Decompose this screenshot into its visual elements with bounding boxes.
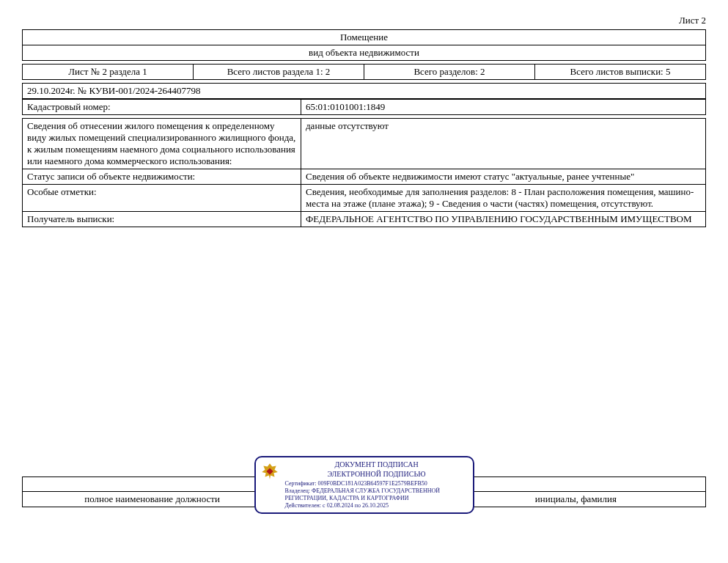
- sig-cert: Сертификат: 009F0BDC181A023B64597F1E2579…: [285, 480, 468, 487]
- sig-title-1: ДОКУМЕНТ ПОДПИСАН: [285, 460, 468, 470]
- status-label: Статус записи об объекте недвижимости:: [23, 169, 301, 185]
- housing-fund-label: Сведения об отнесении жилого помещения к…: [23, 119, 301, 169]
- cadastral-table: Кадастровый номер: 65:01:0101001:1849: [22, 99, 706, 115]
- meta-total-extract-sheets: Всего листов выписки: 5: [535, 65, 706, 80]
- housing-fund-value: данные отсутствуют: [301, 119, 706, 169]
- meta-total-section-sheets: Всего листов раздела 1: 2: [194, 65, 364, 80]
- recipient-value: ФЕДЕРАЛЬНОЕ АГЕНТСТВО ПО УПРАВЛЕНИЮ ГОСУ…: [301, 212, 706, 227]
- recipient-label: Получатель выписки:: [23, 212, 301, 227]
- doc-reference: 29.10.2024г. № КУВИ-001/2024-264407798: [23, 84, 706, 99]
- emblem-icon: [260, 462, 279, 481]
- doc-ref-table: 29.10.2024г. № КУВИ-001/2024-264407798: [22, 83, 706, 99]
- details-table: Сведения об отнесении жилого помещения к…: [22, 118, 706, 227]
- object-header-table: Помещение вид объекта недвижимости: [22, 29, 706, 61]
- digital-signature-stamp: ДОКУМЕНТ ПОДПИСАН ЭЛЕКТРОННОЙ ПОДПИСЬЮ С…: [254, 456, 474, 514]
- object-title: Помещение: [23, 30, 706, 45]
- cadastral-label: Кадастровый номер:: [23, 100, 301, 115]
- special-notes-value: Сведения, необходимые для заполнения раз…: [301, 185, 706, 212]
- special-notes-label: Особые отметки:: [23, 185, 301, 212]
- meta-row-table: Лист № 2 раздела 1 Всего листов раздела …: [22, 64, 706, 80]
- status-value: Сведения об объекте недвижимости имеют с…: [301, 169, 706, 185]
- footer-initials-blank: [446, 477, 705, 492]
- sig-owner: Владелец: ФЕДЕРАЛЬНАЯ СЛУЖБА ГОСУДАРСТВЕ…: [285, 487, 468, 502]
- object-subtitle: вид объекта недвижимости: [23, 45, 706, 61]
- footer-position-label: полное наименование должности: [23, 492, 282, 507]
- page-number: Лист 2: [22, 15, 706, 26]
- sig-title-2: ЭЛЕКТРОННОЙ ПОДПИСЬЮ: [285, 470, 468, 479]
- footer-position-blank: [23, 477, 282, 492]
- meta-total-sections: Всего разделов: 2: [364, 65, 535, 80]
- cadastral-value: 65:01:0101001:1849: [301, 100, 706, 115]
- meta-sheet-section: Лист № 2 раздела 1: [23, 65, 194, 80]
- sig-valid: Действителен: с 02.08.2024 по 26.10.2025: [285, 502, 468, 509]
- footer-initials-label: инициалы, фамилия: [446, 492, 705, 507]
